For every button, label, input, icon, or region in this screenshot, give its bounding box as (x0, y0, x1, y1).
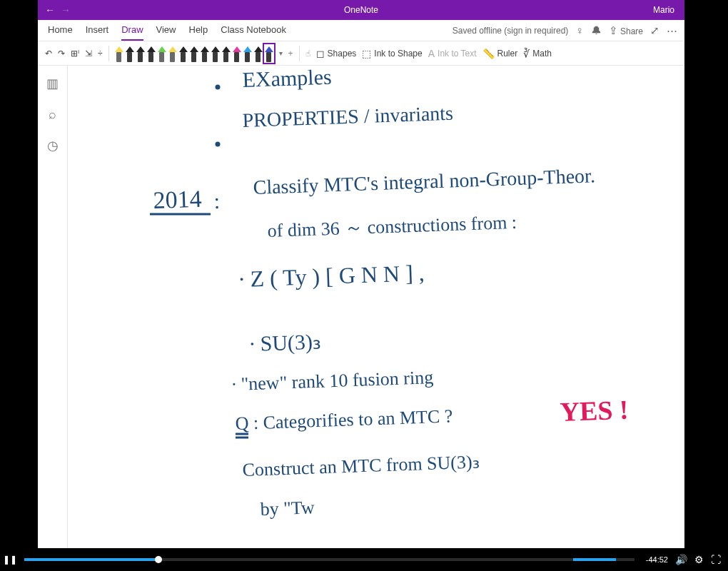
workspace: ▥ ⌕ ◷ EXаmplеsPROPERTIES / invariants201… (38, 66, 684, 548)
svg-text:EXаmplеs: EXаmplеs (242, 66, 332, 91)
seek-progress (24, 558, 158, 561)
share-label: Share (620, 26, 643, 36)
svg-point-0 (216, 85, 221, 90)
svg-text:2014: 2014 (153, 186, 202, 213)
save-status: Saved offline (sign in required) (453, 26, 569, 36)
titlebar: ← → OneNote Mario (38, 0, 684, 20)
draw-touch-icon[interactable]: ☝︎ (305, 49, 310, 59)
time-remaining: -44:52 (646, 555, 668, 564)
back-icon[interactable]: ← (45, 4, 55, 16)
undo-button[interactable]: ↶ (45, 49, 52, 59)
math-icon: ∛ (523, 48, 530, 59)
nav-arrows: ← → (38, 4, 78, 16)
math-button[interactable]: ∛ Math (523, 48, 552, 59)
pen-13[interactable] (254, 45, 263, 62)
ink-svg: EXаmplеsPROPERTIES / invariants2014:Clas… (68, 66, 684, 548)
ink-to-text-button: A Ink to Text (428, 48, 477, 59)
menu-tabs: HomeInsertDrawViewHelpClass Notebook (38, 20, 296, 41)
svg-text:of   dim 36  ～   constructions: of dim 36 ～ constructions from : (267, 212, 517, 241)
volume-icon[interactable]: 🔊 (675, 554, 687, 565)
sidebar: ▥ ⌕ ◷ (38, 66, 68, 548)
share-button[interactable]: ⇪ Share (609, 24, 643, 37)
settings-gear-icon[interactable]: ⚙ (694, 554, 704, 565)
pen-2[interactable] (136, 45, 145, 62)
svg-text::: : (213, 189, 220, 213)
fullscreen-icon[interactable]: ⤢ (650, 24, 659, 37)
seek-thumb[interactable] (155, 556, 162, 563)
pen-5[interactable] (168, 45, 177, 62)
menu-tab-class-notebook[interactable]: Class Notebook (221, 20, 286, 41)
bell-icon[interactable]: 🔔︎ (591, 24, 602, 36)
pen-3[interactable] (147, 45, 156, 62)
ink-to-shape-button[interactable]: ⬚ Ink to Shape (362, 48, 422, 59)
ink-to-shape-icon: ⬚ (362, 48, 371, 59)
menu-tab-insert[interactable]: Insert (86, 20, 109, 41)
ink-canvas[interactable]: EXаmplеsPROPERTIES / invariants2014:Clas… (68, 66, 684, 548)
pen-gallery (115, 45, 273, 62)
forward-icon[interactable]: → (61, 4, 71, 16)
ruler-label: Ruler (497, 49, 518, 59)
pen-12[interactable] (243, 45, 252, 62)
user-name[interactable]: Mario (653, 5, 684, 15)
ink-to-text-label: Ink to Text (438, 49, 476, 59)
onenote-window: ← → OneNote Mario HomeInsertDrawViewHelp… (38, 0, 684, 548)
ink-to-text-icon: A (428, 48, 435, 59)
notebooks-icon[interactable]: ▥ (46, 76, 59, 91)
shapes-label: Shapes (328, 49, 357, 59)
history-group: ↶ ↷ (45, 49, 65, 59)
share-icon: ⇪ (609, 24, 618, 36)
pen-gallery-dropdown[interactable]: ▾ (279, 49, 283, 57)
more-icon[interactable]: ⋯ (667, 24, 677, 37)
video-controls: ❚❚ -44:52 🔊 ⚙ ⛶ (0, 548, 728, 571)
shapes-button[interactable]: ◻ Shapes (316, 48, 357, 59)
svg-text:·  "new"  rank 10  fusion  rin: · "new" rank 10 fusion ring (231, 367, 433, 395)
menubar-right: Saved offline (sign in required) ♀ 🔔︎ ⇪ … (453, 24, 684, 37)
svg-text:Construct  an  MTC   from   SU: Construct an MTC from SU(3)₃ (242, 451, 480, 480)
menu-tab-home[interactable]: Home (48, 20, 73, 41)
pen-14[interactable] (265, 45, 273, 62)
pen-10[interactable] (222, 45, 231, 62)
pen-0[interactable] (115, 45, 123, 62)
insert-space-button[interactable]: ⇲ (85, 49, 92, 59)
menubar: HomeInsertDrawViewHelpClass Notebook Sav… (38, 20, 684, 41)
video-controls-right: -44:52 🔊 ⚙ ⛶ (639, 554, 728, 565)
add-pen-button[interactable]: + (288, 49, 293, 59)
lightbulb-icon[interactable]: ♀ (575, 24, 583, 36)
select-group: ⊞ᴵ ⇲ ÷ (71, 49, 103, 59)
shapes-icon: ◻ (316, 48, 325, 59)
draw-ribbon: ↶ ↷ ⊞ᴵ ⇲ ÷ ▾ + ☝︎ ◻ Shapes ⬚ Ink to Shap… (38, 41, 684, 66)
divider (108, 46, 109, 61)
svg-point-1 (216, 142, 221, 147)
pen-4[interactable] (158, 45, 166, 62)
menu-tab-draw[interactable]: Draw (121, 20, 143, 41)
pen-8[interactable] (201, 45, 209, 62)
menu-tab-help[interactable]: Help (189, 20, 208, 41)
svg-text:PROPERTIES / invariants: PROPERTIES / invariants (242, 102, 453, 131)
ink-to-shape-label: Ink to Shape (374, 49, 422, 59)
pen-1[interactable] (126, 45, 134, 62)
eraser-button[interactable]: ÷ (98, 49, 103, 59)
math-label: Math (532, 49, 552, 59)
pen-6[interactable] (179, 45, 188, 62)
divider (299, 46, 300, 61)
lasso-button[interactable]: ⊞ᴵ (71, 49, 79, 59)
search-icon[interactable]: ⌕ (49, 107, 56, 122)
redo-button[interactable]: ↷ (58, 49, 65, 59)
svg-text:·  SU(3)₃: · SU(3)₃ (249, 330, 321, 356)
menu-tab-view[interactable]: View (156, 20, 176, 41)
ruler-button[interactable]: 📏 Ruler (482, 48, 518, 59)
svg-text:Classify   MTC's   integral   : Classify MTC's integral non-Group-Theor. (253, 164, 595, 198)
seek-track[interactable] (24, 558, 635, 561)
ruler-icon: 📏 (482, 48, 495, 59)
video-stage: ← → OneNote Mario HomeInsertDrawViewHelp… (0, 0, 728, 571)
svg-text:by    "Tw: by "Tw (260, 497, 315, 520)
svg-text:·  Z ( Ty )     [ G N N ] ,: · Z ( Ty ) [ G N N ] , (238, 260, 425, 292)
fullscreen-video-icon[interactable]: ⛶ (711, 554, 721, 565)
pause-button[interactable]: ❚❚ (0, 555, 20, 565)
svg-text:YES !: YES ! (560, 395, 629, 427)
pen-11[interactable] (233, 45, 241, 62)
pen-9[interactable] (211, 45, 220, 62)
pen-7[interactable] (190, 45, 198, 62)
recent-icon[interactable]: ◷ (47, 138, 59, 153)
app-title: OneNote (344, 5, 378, 15)
